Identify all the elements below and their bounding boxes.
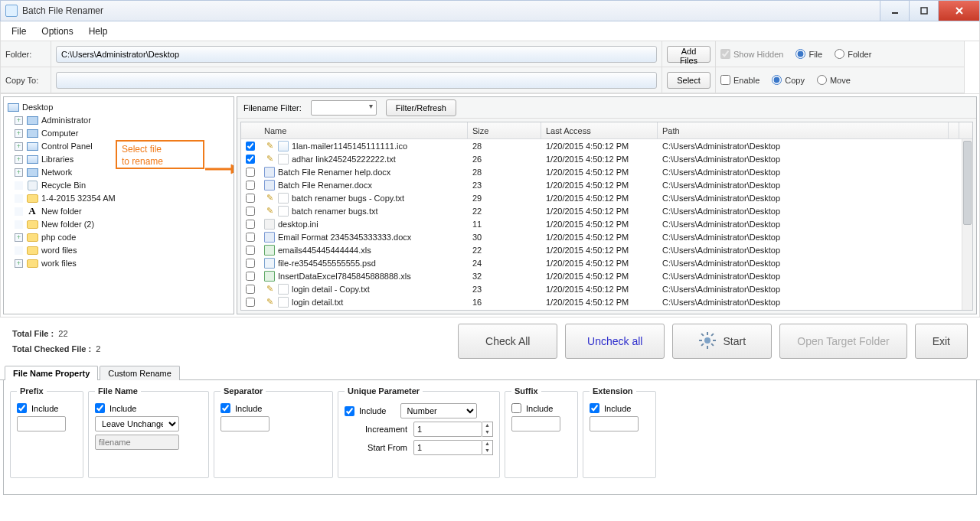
tree-expander[interactable]: + [15,142,23,151]
select-button[interactable]: Select [667,72,710,89]
tree-expander[interactable]: + [15,116,23,125]
col-name[interactable]: Name [260,122,468,138]
filename-mode-select[interactable]: Leave Unchange [95,416,179,431]
tree-expander[interactable]: + [15,168,23,177]
unique-include-checkbox[interactable] [345,406,354,416]
file-row[interactable]: Batch File Renamer.docx231/20/2015 4:50:… [241,178,972,191]
extension-include-checkbox[interactable] [590,403,599,413]
file-checkbox[interactable] [246,142,255,151]
suffix-input[interactable] [511,416,560,431]
increment-spinner[interactable]: ▲▼ [482,422,493,437]
move-radio[interactable] [817,75,827,85]
copy-to-input[interactable] [56,72,657,89]
tree-expander[interactable]: + [15,129,23,138]
tree-item[interactable]: 1-4-2015 32354 AM [41,194,116,203]
file-size: 22 [468,204,541,217]
file-type-icon [264,180,275,190]
file-row[interactable]: InsertDataExcel7845845888888.xls321/20/2… [241,269,972,282]
file-checkbox[interactable] [246,285,255,294]
file-row[interactable]: emails445445444444.xls221/20/2015 4:50:1… [241,243,972,256]
col-path[interactable]: Path [658,122,949,138]
tree-item[interactable]: Computer [41,129,78,138]
file-checkbox[interactable] [246,233,255,242]
maximize-button[interactable] [909,1,938,21]
filter-refresh-button[interactable]: Filter/Refresh [386,99,456,116]
copy-radio[interactable] [772,75,782,85]
prefix-input[interactable] [17,416,66,431]
move-radio-label: Move [830,76,851,85]
filename-include-checkbox[interactable] [95,403,105,413]
start-button[interactable]: Start [672,324,772,359]
uncheck-all-button[interactable]: Uncheck all [565,324,665,359]
gear-icon [698,331,717,352]
start-from-spinner[interactable]: ▲▼ [482,440,493,455]
tree-item[interactable]: word files [41,246,77,255]
tab-custom-rename[interactable]: Custom Rename [100,366,180,380]
file-row[interactable]: ✎1lan-mailer1145145111111.ico281/20/2015… [241,139,972,152]
file-checkbox[interactable] [246,246,255,255]
open-target-folder-button[interactable]: Open Target Folder [779,324,906,359]
suffix-include-checkbox[interactable] [511,403,521,413]
file-row[interactable]: ✎login detail - Copy.txt231/20/2015 4:50… [241,282,972,295]
increment-input[interactable] [413,422,482,437]
tree-item[interactable]: Recycle Bin [41,181,86,190]
tree-root[interactable]: Desktop [22,103,53,112]
file-row[interactable]: ✎batch renamer bugs - Copy.txt291/20/201… [241,191,972,204]
tree-item[interactable]: work files [41,259,77,268]
file-checkbox[interactable] [246,220,255,229]
separator-include-checkbox[interactable] [220,403,230,413]
file-checkbox[interactable] [246,155,255,164]
menu-help[interactable]: Help [89,26,108,37]
folder-tree[interactable]: Desktop +Administrator+Computer+Control … [3,96,234,314]
file-last-access: 1/20/2015 4:50:12 PM [541,139,658,152]
minimize-button[interactable] [880,1,909,21]
file-checkbox[interactable] [246,181,255,190]
file-row[interactable]: ✎login detail.txt161/20/2015 4:50:12 PMC… [241,295,972,308]
scrollbar-thumb[interactable] [963,141,972,225]
file-name: emails445445444444.xls [278,246,371,255]
menu-file[interactable]: File [11,26,26,37]
prefix-include-checkbox[interactable] [17,403,27,413]
file-row[interactable]: ✎adhar link245245222222.txt261/20/2015 4… [241,152,972,165]
tree-expander[interactable]: + [15,155,23,164]
file-checkbox[interactable] [246,168,255,177]
vertical-scrollbar[interactable] [962,139,972,310]
extension-input[interactable] [590,416,639,431]
tree-item[interactable]: Control Panel [41,142,93,151]
file-radio[interactable] [795,49,805,59]
file-row[interactable]: Batch File Renamer help.docx281/20/2015 … [241,165,972,178]
add-files-button[interactable]: Add Files [667,46,710,63]
check-all-button[interactable]: Check All [458,324,557,359]
tab-file-name-property[interactable]: File Name Property [5,366,98,380]
file-row[interactable]: file-re3545455555555.psd241/20/2015 4:50… [241,256,972,269]
enable-checkbox[interactable] [720,75,730,85]
folder-radio[interactable] [835,49,844,59]
col-last[interactable]: Last Access [541,122,658,138]
file-checkbox[interactable] [246,194,255,203]
tree-expander[interactable]: + [15,259,23,268]
menu-options[interactable]: Options [41,26,73,37]
file-row[interactable]: ✎batch renamer bugs.txt221/20/2015 4:50:… [241,204,972,217]
tree-item[interactable]: Administrator [41,116,91,125]
file-row[interactable]: desktop.ini111/20/2015 4:50:12 PMC:\User… [241,217,972,230]
filter-combo[interactable] [311,100,377,116]
exit-button[interactable]: Exit [915,324,968,359]
file-row[interactable]: Email Format 2345345333333.docx301/20/20… [241,230,972,243]
tree-expander[interactable]: + [15,233,23,242]
tree-item[interactable]: New folder (2) [41,220,94,229]
close-button[interactable] [938,1,979,21]
svg-marker-3 [231,164,234,174]
file-checkbox[interactable] [246,298,255,307]
file-checkbox[interactable] [246,272,255,281]
tree-item[interactable]: New folder [41,207,82,216]
col-size[interactable]: Size [468,122,541,138]
tree-item[interactable]: php code [41,233,76,242]
unique-type-select[interactable]: Number [400,403,477,418]
folder-path-input[interactable] [56,46,657,63]
separator-input[interactable] [220,416,270,431]
file-checkbox[interactable] [246,259,255,268]
start-from-input[interactable] [413,440,482,455]
file-checkbox[interactable] [246,207,255,216]
tree-item[interactable]: Libraries [41,155,74,164]
tree-item[interactable]: Network [41,168,72,177]
